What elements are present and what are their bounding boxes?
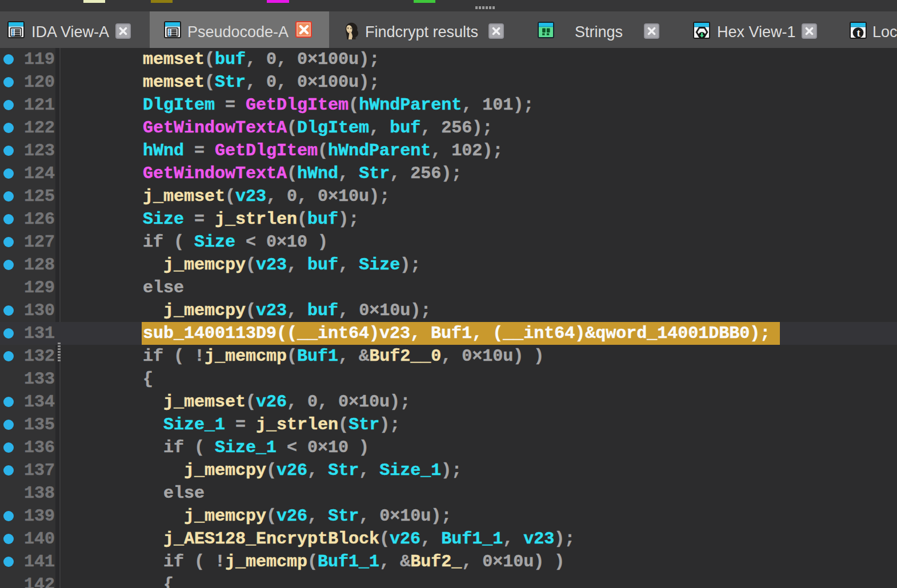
svg-text:t: t (856, 27, 860, 39)
